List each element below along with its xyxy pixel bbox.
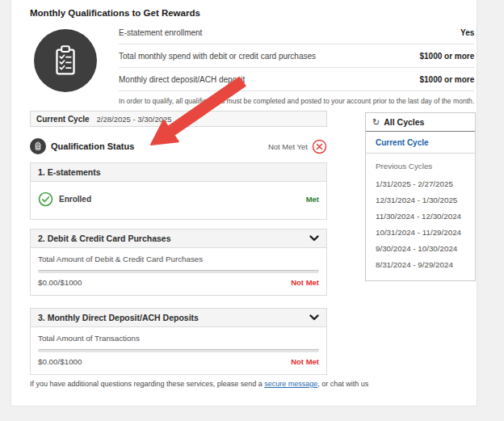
- all-cycles-title: All Cycles: [384, 117, 424, 127]
- footer-text: , or chat with us: [317, 380, 368, 388]
- current-cycle-label: Current Cycle: [36, 115, 90, 124]
- qualification-rows: E-statement enrollment Yes Total monthly…: [119, 21, 474, 105]
- qualification-label: Monthly direct deposit/ACH deposit: [119, 75, 245, 84]
- amount-progress: $0.00/$1000: [38, 278, 82, 287]
- qualification-value: Yes: [460, 28, 474, 37]
- met-status: Met: [306, 195, 319, 204]
- section-direct-deposit: 3. Monthly Direct Deposit/ACH Deposits T…: [30, 308, 327, 375]
- section-title: 2. Debit & Credit Card Purchases: [38, 234, 309, 243]
- amount-progress: $0.00/$1000: [38, 357, 82, 366]
- sidebar-item-current-cycle[interactable]: Current Cycle: [366, 132, 475, 154]
- not-met-status: Not Met: [291, 357, 319, 366]
- red-x-circle-icon: [312, 139, 327, 154]
- chevron-down-icon: [309, 314, 319, 321]
- green-check-circle-icon: [38, 192, 53, 207]
- page-title: Monthly Qualifications to Get Rewards: [30, 8, 200, 18]
- secure-message-link[interactable]: secure message: [264, 380, 317, 388]
- current-cycle-range: 2/28/2025 - 3/30/2025: [97, 115, 172, 124]
- qualification-value: $1000 or more: [419, 75, 474, 84]
- section-title: 1. E-statements: [38, 167, 319, 177]
- metric-label: Total Amount of Debit & Credit Card Purc…: [38, 255, 319, 263]
- all-cycles-header: ↻ All Cycles: [366, 113, 475, 132]
- qualification-label: E-statement enrollment: [119, 28, 202, 37]
- qualification-row: Monthly direct deposit/ACH deposit $1000…: [119, 68, 474, 91]
- section-estatements: 1. E-statements Enrolled Met: [30, 162, 327, 220]
- section-card-purchases-header[interactable]: 2. Debit & Credit Card Purchases: [31, 229, 326, 248]
- footer-text: If you have additional questions regardi…: [30, 380, 264, 388]
- all-cycles-panel: ↻ All Cycles Current Cycle Previous Cycl…: [365, 112, 476, 281]
- sidebar-item-cycle[interactable]: 1/31/2025 - 2/27/2025: [376, 175, 468, 192]
- qualifications-summary: E-statement enrollment Yes Total monthly…: [30, 21, 464, 105]
- previous-cycles-list: Previous Cycles 1/31/2025 - 2/27/2025 12…: [366, 154, 475, 280]
- previous-cycles-label: Previous Cycles: [376, 159, 468, 175]
- checklist-clipboard-icon: [30, 138, 46, 154]
- checklist-clipboard-icon: [34, 29, 97, 92]
- progress-bar: [38, 270, 319, 273]
- section-card-purchases: 2. Debit & Credit Card Purchases Total A…: [30, 229, 327, 296]
- enrolled-label: Enrolled: [59, 195, 91, 204]
- metric-label: Total Amount of Transactions: [38, 334, 319, 343]
- status-badge: Not Met Yet: [268, 142, 308, 151]
- sidebar-item-cycle[interactable]: 11/30/2024 - 12/30/2024: [376, 208, 468, 224]
- sidebar-item-cycle[interactable]: 8/31/2024 - 9/29/2024: [376, 256, 468, 272]
- sidebar-item-cycle[interactable]: 10/31/2024 - 11/29/2024: [376, 224, 468, 240]
- not-met-status: Not Met: [291, 278, 319, 287]
- footer-help-text: If you have additional questions regardi…: [30, 380, 368, 388]
- qualification-note: In order to qualify, all qualifications …: [119, 97, 474, 105]
- sidebar-item-cycle[interactable]: 12/31/2024 - 1/30/2025: [376, 192, 468, 208]
- sidebar-item-cycle[interactable]: 9/30/2024 - 10/30/2024: [376, 240, 468, 256]
- refresh-icon: ↻: [372, 118, 380, 127]
- qualification-value: $1000 or more: [419, 52, 474, 61]
- section-direct-deposit-body: Total Amount of Transactions $0.00/$1000…: [31, 327, 326, 374]
- current-cycle-bar: Current Cycle 2/28/2025 - 3/30/2025: [30, 111, 327, 127]
- section-direct-deposit-header[interactable]: 3. Monthly Direct Deposit/ACH Deposits: [31, 309, 326, 327]
- qualification-row: E-statement enrollment Yes: [119, 21, 474, 44]
- qualification-label: Total monthly spend with debit or credit…: [119, 52, 316, 61]
- section-estatements-header[interactable]: 1. E-statements: [31, 163, 326, 182]
- progress-bar: [38, 349, 319, 352]
- qualification-status-title: Qualification Status: [51, 141, 134, 151]
- qualification-status-row: Qualification Status Not Met Yet: [30, 137, 327, 155]
- rewards-panel: Monthly Qualifications to Get Rewards E-…: [10, 0, 477, 406]
- section-card-purchases-body: Total Amount of Debit & Credit Card Purc…: [31, 248, 326, 295]
- qualification-row: Total monthly spend with debit or credit…: [119, 44, 474, 68]
- section-estatements-body: Enrolled Met: [31, 182, 326, 219]
- section-title: 3. Monthly Direct Deposit/ACH Deposits: [38, 313, 309, 322]
- chevron-down-icon: [309, 235, 319, 242]
